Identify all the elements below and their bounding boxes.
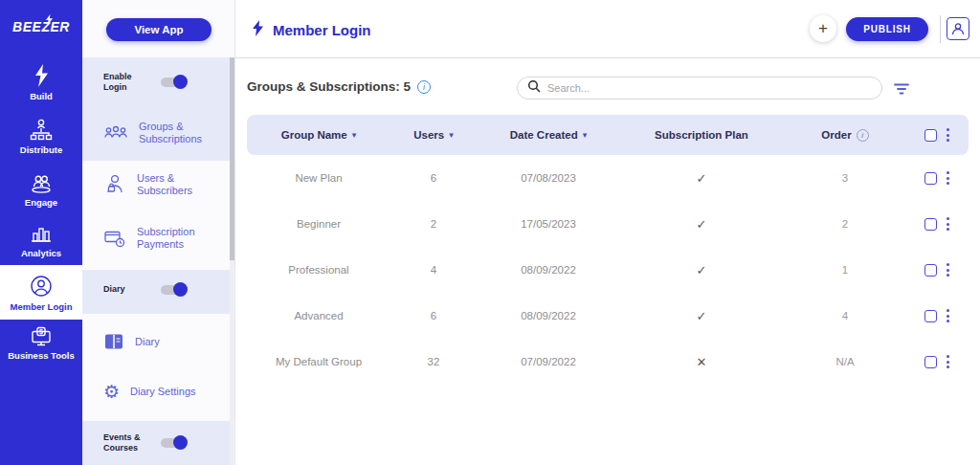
events-courses-toggle[interactable] [161, 438, 185, 448]
sidebar-item-business-tools[interactable]: $ Business Tools [0, 326, 82, 361]
users-cell: 6 [390, 310, 477, 321]
user-lock-icon [103, 173, 126, 196]
engage-people-icon [29, 173, 54, 194]
page-title-text: Member Login [273, 22, 371, 38]
column-header-users[interactable]: Users ▾ [390, 129, 477, 141]
group-name-cell: Professional [247, 264, 390, 276]
subnav-item-diary[interactable]: Diary [103, 333, 217, 350]
table-header-row: Group Name ▾ Users ▾ Date Created ▾ Subs… [247, 115, 969, 155]
account-button[interactable] [947, 17, 969, 40]
filter-icon[interactable] [891, 80, 912, 100]
group-name-cell: Beginner [247, 218, 390, 230]
sidebar-item-build[interactable]: Build [0, 63, 82, 101]
groups-heading: Groups & Subscriptions: 5 [247, 79, 411, 94]
sidebar-scrollbar-thumb[interactable] [230, 57, 234, 260]
toggle-knob [173, 75, 188, 89]
row-checkbox[interactable] [924, 218, 937, 231]
sidebar-item-distribute[interactable]: Distribute [0, 119, 82, 155]
diary-book-icon [103, 333, 124, 350]
table-body: New Plan607/08/2023✓3Beginner217/05/2023… [247, 155, 969, 385]
column-label: Group Name [281, 129, 347, 141]
column-header-subscription-plan: Subscription Plan [620, 129, 783, 141]
table-row: My Default Group3207/09/2022✕N/A [247, 339, 969, 385]
date-created-cell: 17/05/2023 [477, 218, 620, 230]
lightning-icon [252, 20, 264, 39]
row-menu-icon[interactable] [945, 353, 951, 370]
row-menu-icon[interactable] [945, 169, 951, 187]
sidebar-item-label: Analytics [21, 248, 61, 258]
subnav-item-users-subscribers[interactable]: Users & Subscribers [103, 172, 219, 197]
column-label: Users [413, 129, 444, 141]
business-tools-icon: $ [30, 326, 53, 347]
table-row: Professional408/09/2022✓1 [247, 247, 969, 293]
enable-login-row: Enable Login [103, 72, 185, 93]
row-menu-icon[interactable] [945, 261, 951, 278]
subnav-item-label: Users & Subscribers [137, 172, 219, 197]
add-button[interactable]: + [810, 15, 836, 42]
subnav-item-label: Diary [135, 336, 217, 348]
diary-toggle-row: Diary [103, 284, 185, 295]
plan-check-icon: ✓ [697, 217, 707, 232]
groups-table: Group Name ▾ Users ▾ Date Created ▾ Subs… [247, 115, 969, 385]
table-row: New Plan607/08/2023✓3 [247, 155, 969, 201]
primary-sidebar: BEEZER Build Distribute [0, 0, 82, 465]
subnav-item-diary-settings[interactable]: ⚙ Diary Settings [103, 383, 212, 401]
groups-heading-row: Groups & Subscriptions: 5 i [247, 79, 431, 94]
subnav-item-groups-subscriptions[interactable]: Groups & Subscriptions [103, 121, 221, 145]
info-icon[interactable]: i [417, 80, 431, 94]
subnav-item-label: Diary Settings [130, 386, 212, 398]
diary-toggle[interactable] [161, 285, 185, 295]
publish-button[interactable]: PUBLISH [846, 17, 928, 41]
sort-arrow-icon: ▾ [449, 130, 454, 140]
events-courses-label: Events & Courses [103, 432, 147, 454]
column-header-group-name[interactable]: Group Name ▾ [247, 129, 390, 141]
app-window: BEEZER Build Distribute [0, 0, 980, 465]
date-created-cell: 08/09/2022 [477, 310, 620, 321]
view-app-button[interactable]: View App [106, 18, 212, 41]
sidebar-item-label: Build [30, 91, 53, 101]
events-courses-row: Events & Courses [103, 432, 185, 454]
sidebar-item-member-login[interactable]: Member Login [0, 265, 82, 320]
subnav-item-label: Subscription Payments [137, 226, 219, 251]
subnav-item-subscription-payments[interactable]: Subscription Payments [103, 226, 219, 251]
table-row: Advanced608/09/2022✓4 [247, 293, 969, 339]
plan-check-icon: ✓ [697, 309, 707, 323]
column-header-actions [907, 126, 969, 144]
sort-arrow-icon: ▾ [352, 130, 357, 140]
column-label: Date Created [510, 129, 578, 141]
row-menu-icon[interactable] [945, 215, 951, 232]
search-input[interactable] [547, 82, 872, 94]
column-label: Order [821, 129, 851, 141]
sidebar-item-engage[interactable]: Engage [0, 173, 82, 208]
logo-bolt-icon [45, 12, 54, 28]
header-menu-icon[interactable] [945, 126, 951, 144]
group-name-cell: My Default Group [247, 356, 390, 367]
column-header-date-created[interactable]: Date Created ▾ [477, 129, 620, 141]
users-cell: 4 [390, 264, 477, 276]
sidebar-item-label: Member Login [11, 301, 73, 312]
row-checkbox[interactable] [924, 310, 937, 322]
beezer-logo-text: BEEZER [12, 19, 70, 34]
sidebar-item-analytics[interactable]: Analytics [0, 224, 82, 258]
order-cell: 3 [783, 172, 907, 184]
plan-cross-icon: ✕ [697, 355, 707, 369]
row-checkbox[interactable] [924, 264, 937, 277]
topbar: Member Login + PUBLISH [235, 0, 980, 58]
plan-check-icon: ✓ [697, 263, 707, 277]
enable-login-toggle[interactable] [161, 78, 185, 87]
sort-arrow-icon: ▾ [583, 130, 588, 140]
column-label: Subscription Plan [655, 129, 748, 141]
row-actions [907, 169, 969, 187]
order-cell: 4 [783, 310, 907, 321]
date-created-cell: 08/09/2022 [477, 264, 620, 276]
select-all-checkbox[interactable] [924, 129, 937, 142]
groups-icon [103, 123, 128, 143]
order-info-icon[interactable]: i [857, 129, 869, 142]
toggle-knob [173, 282, 188, 297]
row-checkbox[interactable] [924, 172, 937, 185]
order-cell: 2 [783, 218, 907, 230]
row-menu-icon[interactable] [945, 307, 951, 324]
row-checkbox[interactable] [924, 356, 937, 368]
bar-chart-icon [30, 224, 53, 245]
table-row: Beginner217/05/2023✓2 [247, 201, 969, 247]
